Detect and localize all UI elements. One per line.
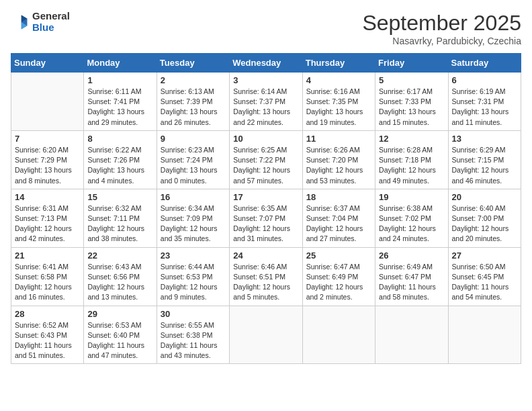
day-info: Sunrise: 6:17 AM Sunset: 7:33 PM Dayligh… xyxy=(379,87,444,128)
day-number: 25 xyxy=(306,250,371,261)
day-number: 20 xyxy=(452,192,517,202)
table-row xyxy=(375,306,448,364)
table-row xyxy=(11,73,84,131)
header-tuesday: Tuesday xyxy=(157,54,229,73)
table-row: 17Sunrise: 6:35 AM Sunset: 7:07 PM Dayli… xyxy=(230,189,302,247)
day-info: Sunrise: 6:35 AM Sunset: 7:07 PM Dayligh… xyxy=(233,203,298,244)
day-info: Sunrise: 6:41 AM Sunset: 6:58 PM Dayligh… xyxy=(15,262,80,303)
table-row: 1Sunrise: 6:11 AM Sunset: 7:41 PM Daylig… xyxy=(84,73,157,131)
day-info: Sunrise: 6:52 AM Sunset: 6:43 PM Dayligh… xyxy=(15,320,80,361)
table-row xyxy=(448,306,521,364)
table-row: 9Sunrise: 6:23 AM Sunset: 7:24 PM Daylig… xyxy=(157,130,229,189)
day-info: Sunrise: 6:13 AM Sunset: 7:39 PM Dayligh… xyxy=(161,87,226,128)
header-wednesday: Wednesday xyxy=(230,54,302,73)
header-monday: Monday xyxy=(84,54,157,73)
day-number: 1 xyxy=(87,75,152,85)
table-row: 4Sunrise: 6:16 AM Sunset: 7:35 PM Daylig… xyxy=(302,73,375,131)
day-info: Sunrise: 6:25 AM Sunset: 7:22 PM Dayligh… xyxy=(233,145,298,186)
day-info: Sunrise: 6:22 AM Sunset: 7:26 PM Dayligh… xyxy=(87,145,152,186)
day-info: Sunrise: 6:38 AM Sunset: 7:02 PM Dayligh… xyxy=(379,203,444,244)
day-info: Sunrise: 6:47 AM Sunset: 6:49 PM Dayligh… xyxy=(306,262,371,303)
day-number: 18 xyxy=(306,192,371,202)
table-row: 27Sunrise: 6:50 AM Sunset: 6:45 PM Dayli… xyxy=(448,247,521,306)
day-number: 17 xyxy=(233,192,298,202)
table-row: 15Sunrise: 6:32 AM Sunset: 7:11 PM Dayli… xyxy=(84,189,157,247)
day-number: 9 xyxy=(161,134,226,144)
table-row: 14Sunrise: 6:31 AM Sunset: 7:13 PM Dayli… xyxy=(11,189,84,247)
calendar-week-row: 7Sunrise: 6:20 AM Sunset: 7:29 PM Daylig… xyxy=(11,130,521,189)
day-number: 30 xyxy=(161,309,226,319)
day-info: Sunrise: 6:50 AM Sunset: 6:45 PM Dayligh… xyxy=(452,262,517,303)
table-row: 22Sunrise: 6:43 AM Sunset: 6:56 PM Dayli… xyxy=(84,247,157,306)
table-row: 5Sunrise: 6:17 AM Sunset: 7:33 PM Daylig… xyxy=(375,73,448,131)
logo-general-text: General xyxy=(32,11,70,22)
table-row: 23Sunrise: 6:44 AM Sunset: 6:53 PM Dayli… xyxy=(157,247,229,306)
day-number: 6 xyxy=(452,75,517,85)
day-number: 12 xyxy=(379,134,444,144)
logo: General Blue xyxy=(11,11,70,33)
day-info: Sunrise: 6:44 AM Sunset: 6:53 PM Dayligh… xyxy=(161,262,226,303)
day-number: 13 xyxy=(452,134,517,144)
table-row xyxy=(302,306,375,364)
header-thursday: Thursday xyxy=(302,54,375,73)
day-number: 26 xyxy=(379,250,444,261)
day-info: Sunrise: 6:53 AM Sunset: 6:40 PM Dayligh… xyxy=(87,320,152,361)
day-info: Sunrise: 6:37 AM Sunset: 7:04 PM Dayligh… xyxy=(306,203,371,244)
day-info: Sunrise: 6:23 AM Sunset: 7:24 PM Dayligh… xyxy=(161,145,226,186)
table-row xyxy=(230,306,302,364)
table-row: 28Sunrise: 6:52 AM Sunset: 6:43 PM Dayli… xyxy=(11,306,84,364)
day-number: 15 xyxy=(87,192,152,202)
day-number: 7 xyxy=(15,134,80,144)
day-info: Sunrise: 6:14 AM Sunset: 7:37 PM Dayligh… xyxy=(233,87,298,128)
day-number: 5 xyxy=(379,75,444,85)
calendar-table: Sunday Monday Tuesday Wednesday Thursday… xyxy=(11,53,521,364)
table-row: 21Sunrise: 6:41 AM Sunset: 6:58 PM Dayli… xyxy=(11,247,84,306)
table-row: 25Sunrise: 6:47 AM Sunset: 6:49 PM Dayli… xyxy=(302,247,375,306)
table-row: 12Sunrise: 6:28 AM Sunset: 7:18 PM Dayli… xyxy=(375,130,448,189)
day-number: 3 xyxy=(233,75,298,85)
day-info: Sunrise: 6:29 AM Sunset: 7:15 PM Dayligh… xyxy=(452,145,517,186)
day-number: 29 xyxy=(87,309,152,319)
day-info: Sunrise: 6:49 AM Sunset: 6:47 PM Dayligh… xyxy=(379,262,444,303)
day-number: 8 xyxy=(87,134,152,144)
day-info: Sunrise: 6:43 AM Sunset: 6:56 PM Dayligh… xyxy=(87,262,152,303)
day-info: Sunrise: 6:16 AM Sunset: 7:35 PM Dayligh… xyxy=(306,87,371,128)
day-number: 27 xyxy=(452,250,517,261)
day-number: 23 xyxy=(161,250,226,261)
table-row: 6Sunrise: 6:19 AM Sunset: 7:31 PM Daylig… xyxy=(448,73,521,131)
table-row: 18Sunrise: 6:37 AM Sunset: 7:04 PM Dayli… xyxy=(302,189,375,247)
day-info: Sunrise: 6:26 AM Sunset: 7:20 PM Dayligh… xyxy=(306,145,371,186)
day-number: 22 xyxy=(87,250,152,261)
location-subtitle: Nasavrky, Pardubicky, Czechia xyxy=(362,36,521,46)
table-row: 29Sunrise: 6:53 AM Sunset: 6:40 PM Dayli… xyxy=(84,306,157,364)
day-info: Sunrise: 6:19 AM Sunset: 7:31 PM Dayligh… xyxy=(452,87,517,128)
day-number: 24 xyxy=(233,250,298,261)
day-number: 28 xyxy=(15,309,80,319)
day-info: Sunrise: 6:31 AM Sunset: 7:13 PM Dayligh… xyxy=(15,203,80,244)
logo-blue-text: Blue xyxy=(32,22,70,34)
day-info: Sunrise: 6:20 AM Sunset: 7:29 PM Dayligh… xyxy=(15,145,80,186)
table-row: 20Sunrise: 6:40 AM Sunset: 7:00 PM Dayli… xyxy=(448,189,521,247)
day-number: 2 xyxy=(161,75,226,85)
calendar-week-row: 28Sunrise: 6:52 AM Sunset: 6:43 PM Dayli… xyxy=(11,306,521,364)
header-sunday: Sunday xyxy=(11,54,84,73)
logo-icon xyxy=(11,13,30,32)
table-row: 24Sunrise: 6:46 AM Sunset: 6:51 PM Dayli… xyxy=(230,247,302,306)
day-number: 14 xyxy=(15,192,80,202)
table-row: 16Sunrise: 6:34 AM Sunset: 7:09 PM Dayli… xyxy=(157,189,229,247)
header-saturday: Saturday xyxy=(448,54,521,73)
table-row: 11Sunrise: 6:26 AM Sunset: 7:20 PM Dayli… xyxy=(302,130,375,189)
day-number: 4 xyxy=(306,75,371,85)
month-title: September 2025 xyxy=(362,11,521,36)
day-number: 11 xyxy=(306,134,371,144)
calendar-week-row: 1Sunrise: 6:11 AM Sunset: 7:41 PM Daylig… xyxy=(11,73,521,131)
day-info: Sunrise: 6:34 AM Sunset: 7:09 PM Dayligh… xyxy=(161,203,226,244)
table-row: 2Sunrise: 6:13 AM Sunset: 7:39 PM Daylig… xyxy=(157,73,229,131)
table-row: 3Sunrise: 6:14 AM Sunset: 7:37 PM Daylig… xyxy=(230,73,302,131)
day-info: Sunrise: 6:40 AM Sunset: 7:00 PM Dayligh… xyxy=(452,203,517,244)
table-row: 8Sunrise: 6:22 AM Sunset: 7:26 PM Daylig… xyxy=(84,130,157,189)
header-friday: Friday xyxy=(375,54,448,73)
day-info: Sunrise: 6:28 AM Sunset: 7:18 PM Dayligh… xyxy=(379,145,444,186)
table-row: 26Sunrise: 6:49 AM Sunset: 6:47 PM Dayli… xyxy=(375,247,448,306)
day-number: 21 xyxy=(15,250,80,261)
